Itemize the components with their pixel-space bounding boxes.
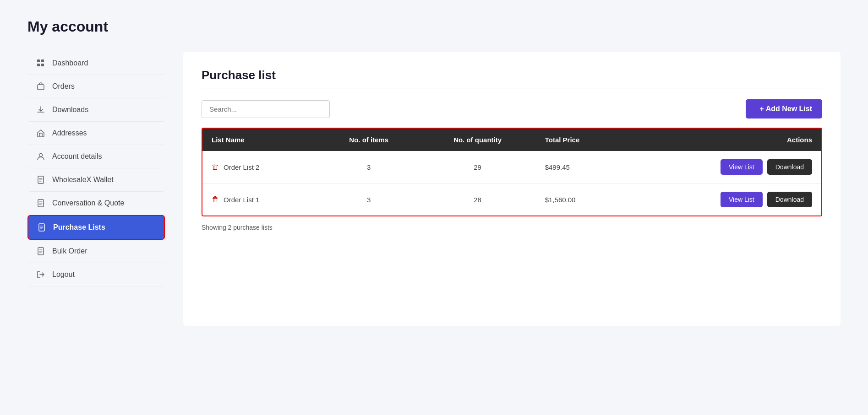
cell-no-items-1: 3 (318, 183, 420, 216)
download-button-1[interactable]: Download (767, 192, 812, 207)
sidebar-label-wholesalex-wallet: WholesaleX Wallet (52, 176, 114, 184)
page-title: My account (27, 18, 841, 35)
sidebar-label-orders: Orders (52, 82, 75, 91)
toolbar: + Add New List (202, 99, 822, 119)
sidebar-item-wholesalex-wallet[interactable]: WholesaleX Wallet (27, 168, 165, 192)
sidebar-item-conversation-quote[interactable]: Conversation & Quote (27, 192, 165, 215)
showing-text: Showing 2 purchase lists (202, 224, 822, 231)
sidebar-item-addresses[interactable]: Addresses (27, 122, 165, 145)
section-divider (202, 88, 822, 88)
table-header-row: List Name No. of items No. of quantity T… (202, 129, 821, 151)
list-name-value-1: Order List 1 (224, 196, 259, 204)
cell-no-quantity-1: 28 (420, 183, 536, 216)
svg-rect-3 (41, 64, 44, 66)
cell-actions-1: View List Download (628, 183, 821, 216)
document3-icon (36, 246, 46, 256)
document2-icon (36, 198, 46, 208)
col-total-price: Total Price (536, 129, 629, 151)
sidebar-label-addresses: Addresses (52, 129, 87, 137)
add-new-list-button[interactable]: + Add New List (746, 99, 822, 119)
view-list-button-0[interactable]: View List (721, 159, 763, 175)
sidebar-item-orders[interactable]: Orders (27, 75, 165, 98)
list-doc-icon (37, 222, 47, 232)
sidebar-item-logout[interactable]: Logout (27, 263, 165, 286)
cell-list-name-1: 🗑 Order List 1 (202, 183, 318, 216)
sidebar-label-account-details: Account details (52, 152, 102, 161)
cell-no-quantity-0: 29 (420, 151, 536, 183)
trash-icon-0[interactable]: 🗑 (212, 163, 219, 171)
trash-icon-1[interactable]: 🗑 (212, 195, 219, 204)
search-input[interactable] (202, 100, 330, 118)
col-no-quantity: No. of quantity (420, 129, 536, 151)
table-row: 🗑 Order List 2 3 29 $499.45 View List Do… (202, 151, 821, 183)
sidebar-item-downloads[interactable]: Downloads (27, 98, 165, 122)
cell-actions-0: View List Download (628, 151, 821, 183)
download-icon (36, 105, 46, 115)
col-list-name: List Name (202, 129, 318, 151)
purchase-table: List Name No. of items No. of quantity T… (202, 129, 821, 216)
grid-icon (36, 58, 46, 68)
main-content: Purchase list + Add New List List Name N… (183, 52, 841, 326)
view-list-button-1[interactable]: View List (721, 192, 763, 207)
section-title: Purchase list (202, 68, 822, 82)
svg-rect-4 (38, 85, 44, 90)
svg-rect-0 (37, 59, 40, 62)
sidebar-label-dashboard: Dashboard (52, 59, 88, 67)
cell-list-name-0: 🗑 Order List 2 (202, 151, 318, 183)
col-actions: Actions (628, 129, 821, 151)
logout-icon (36, 269, 46, 280)
svg-rect-1 (41, 59, 44, 62)
table-row: 🗑 Order List 1 3 28 $1,560.00 View List … (202, 183, 821, 216)
sidebar-item-purchase-lists[interactable]: Purchase Lists (27, 215, 165, 240)
sidebar-item-account-details[interactable]: Account details (27, 145, 165, 168)
list-name-value-0: Order List 2 (224, 163, 259, 171)
purchase-table-wrapper: List Name No. of items No. of quantity T… (202, 128, 822, 216)
sidebar-item-bulk-order[interactable]: Bulk Order (27, 240, 165, 263)
cell-total-price-1: $1,560.00 (536, 183, 629, 216)
sidebar-label-downloads: Downloads (52, 106, 88, 114)
cell-total-price-0: $499.45 (536, 151, 629, 183)
person-icon (36, 151, 46, 162)
col-no-items: No. of items (318, 129, 420, 151)
svg-point-5 (39, 154, 43, 157)
bag-icon (36, 81, 46, 92)
document-icon (36, 175, 46, 185)
sidebar-item-dashboard[interactable]: Dashboard (27, 52, 165, 75)
add-new-list-label: + Add New List (759, 105, 812, 113)
sidebar-label-conversation-quote: Conversation & Quote (52, 199, 124, 207)
sidebar-label-logout: Logout (52, 270, 75, 279)
sidebar: Dashboard Orders (27, 52, 165, 326)
home-icon (36, 128, 46, 138)
sidebar-label-purchase-lists: Purchase Lists (53, 223, 105, 232)
cell-no-items-0: 3 (318, 151, 420, 183)
download-button-0[interactable]: Download (767, 159, 812, 175)
svg-rect-2 (37, 64, 40, 66)
sidebar-label-bulk-order: Bulk Order (52, 247, 87, 255)
